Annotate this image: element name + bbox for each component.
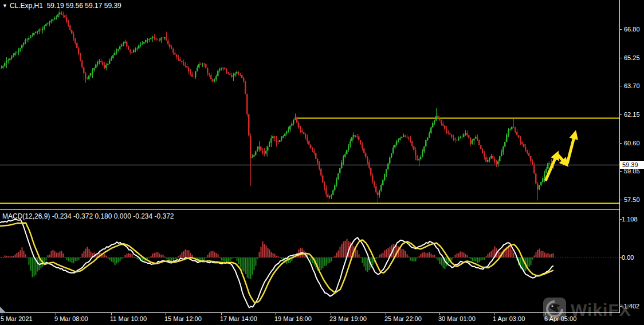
macd-histogram-bar [250, 257, 252, 279]
main-price-chart[interactable] [0, 0, 619, 209]
candle [422, 152, 423, 157]
macd-histogram-bar [118, 257, 119, 263]
candle [166, 37, 167, 41]
candle [315, 153, 317, 158]
macd-histogram-bar [27, 257, 28, 258]
date-axis-label: 6 Apr 05:00 [544, 315, 576, 322]
trend-arrow[interactable] [567, 133, 575, 164]
candle [23, 43, 25, 45]
macd-histogram-bar [539, 248, 540, 257]
candle [174, 53, 176, 54]
candle [178, 57, 179, 59]
date-axis-label: 19 Mar 16:00 [274, 315, 312, 322]
candle [121, 45, 123, 46]
panel-resize-triangle[interactable] [0, 307, 6, 313]
macd-histogram-bar [551, 254, 552, 257]
candle [87, 79, 88, 80]
candle [343, 157, 344, 162]
candle [350, 141, 351, 146]
candle [296, 117, 298, 122]
macd-histogram-bar [458, 253, 460, 257]
candle-wick [159, 38, 160, 41]
date-axis-tick [276, 313, 276, 315]
candle-wick [455, 137, 455, 142]
candle [35, 32, 37, 33]
macd-histogram-bar [30, 257, 32, 271]
candle [148, 39, 150, 39]
macd-histogram-bar [359, 254, 360, 257]
candle [272, 136, 274, 138]
trend-arrow[interactable] [558, 155, 567, 165]
macd-histogram-bar [51, 251, 52, 257]
candle [418, 159, 420, 160]
candle [73, 34, 74, 38]
macd-histogram-bar [553, 253, 554, 257]
candle [425, 140, 427, 146]
candle [117, 49, 119, 51]
macd-histogram-bar [472, 257, 473, 261]
candle [269, 143, 270, 147]
macd-indicator-chart[interactable] [0, 211, 619, 313]
candle [461, 137, 463, 137]
macd-histogram-bar [343, 241, 344, 257]
candle [193, 77, 195, 77]
candle-wick [37, 31, 38, 34]
candle [384, 174, 386, 180]
candle [112, 55, 114, 58]
candle [453, 137, 454, 138]
candle [525, 147, 527, 150]
macd-histogram-bar [20, 250, 21, 257]
candle [370, 168, 372, 175]
macd-histogram-bar [321, 257, 322, 270]
candle [508, 130, 509, 135]
candle [411, 141, 413, 146]
candle [7, 60, 9, 61]
candle [367, 157, 368, 162]
candle [221, 68, 222, 70]
candle [239, 74, 241, 75]
candle [463, 134, 465, 137]
candle [544, 173, 545, 179]
candle [504, 142, 506, 146]
macd-histogram-bar [388, 248, 389, 257]
axis-tick [619, 58, 622, 58]
candle [490, 156, 492, 158]
macd-histogram-bar [125, 255, 126, 257]
candle [516, 132, 518, 135]
candle [375, 187, 377, 193]
candle [14, 53, 16, 56]
macd-histogram-bar [488, 254, 489, 257]
candle [441, 120, 442, 124]
macd-histogram-bar [65, 257, 66, 258]
candle [300, 128, 301, 130]
candle [466, 133, 468, 136]
macd-histogram-bar [378, 257, 379, 258]
candle [229, 74, 231, 75]
candle [231, 75, 233, 77]
candle [279, 140, 281, 142]
candle [93, 68, 95, 70]
candle [198, 64, 200, 68]
candle [250, 136, 252, 158]
candle [95, 65, 97, 68]
macd-histogram-bar [89, 249, 90, 257]
candle [485, 157, 487, 162]
macd-histogram-bar [271, 252, 272, 257]
macd-histogram-bar [510, 246, 511, 257]
macd-histogram-bar [111, 257, 112, 261]
candle [188, 68, 190, 72]
candle [451, 134, 453, 137]
macd-histogram-bar [457, 253, 458, 257]
macd-histogram-bar [474, 257, 475, 261]
candle [509, 129, 511, 130]
candle [535, 173, 537, 184]
candle [160, 38, 162, 41]
candle [387, 164, 389, 169]
macd-histogram-bar [82, 253, 83, 257]
candle [143, 42, 145, 44]
candle [472, 141, 473, 144]
date-axis[interactable]: 5 Mar 20219 Mar 08:0011 Mar 10:0015 Mar … [0, 314, 644, 325]
candle [332, 190, 334, 195]
panel-separator-line[interactable] [0, 209, 619, 210]
candle [547, 163, 549, 169]
